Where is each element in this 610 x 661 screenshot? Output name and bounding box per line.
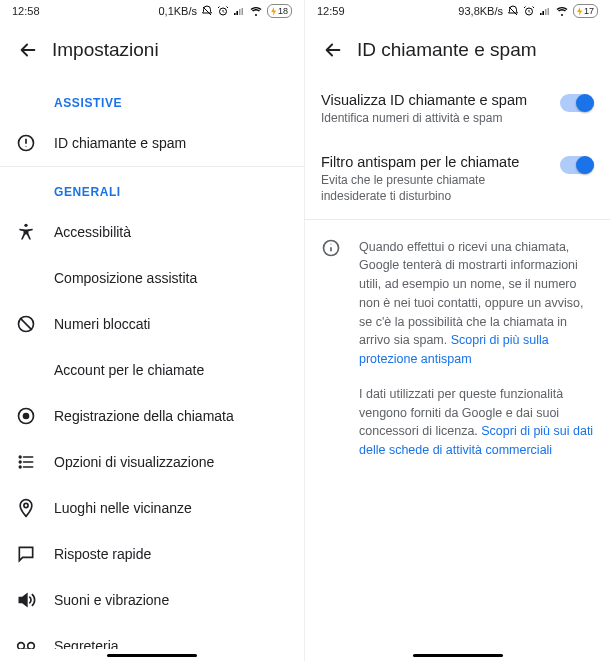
status-bar: 12:59 93,8KB/s 17	[305, 0, 610, 22]
item-quick-responses[interactable]: Risposte rapide	[0, 531, 304, 577]
setting-title: Visualizza ID chiamante e spam	[321, 92, 546, 108]
voicemail-icon	[16, 636, 36, 649]
item-label: Risposte rapide	[54, 546, 288, 562]
status-right: 0,1KB/s 18	[158, 4, 292, 18]
setting-title: Filtro antispam per le chiamate	[321, 154, 546, 170]
item-assisted-dialing[interactable]: Composizione assistita	[0, 255, 304, 301]
toggle-see-caller-id[interactable]	[560, 94, 594, 112]
svg-point-5	[24, 414, 29, 419]
list-icon	[16, 452, 36, 472]
item-label: Account per le chiamate	[54, 362, 288, 378]
item-accessibility[interactable]: Accessibilità	[0, 209, 304, 255]
status-speed: 0,1KB/s	[158, 5, 197, 17]
block-icon	[16, 314, 36, 334]
nav-bar	[0, 649, 304, 661]
signal-icon	[539, 5, 551, 17]
item-label: Registrazione della chiamata	[54, 408, 288, 424]
location-icon	[16, 498, 36, 518]
setting-desc: Evita che le presunte chiamate indesider…	[321, 172, 546, 204]
caller-id-spam-screen: 12:59 93,8KB/s 17 ID chiamante e spam	[305, 0, 610, 661]
settings-list[interactable]: ASSISTIVE ID chiamante e spam GENERALI A…	[0, 78, 304, 649]
item-blocked-numbers[interactable]: Numeri bloccati	[0, 301, 304, 347]
home-handle[interactable]	[413, 654, 503, 657]
item-label: ID chiamante e spam	[54, 135, 288, 151]
info-block: Quando effettui o ricevi una chiamata, G…	[305, 220, 610, 476]
svg-point-9	[24, 503, 28, 507]
section-header-general: GENERALI	[0, 167, 304, 209]
item-label: Suoni e vibrazione	[54, 592, 288, 608]
setting-desc: Identifica numeri di attività e spam	[321, 110, 546, 126]
wifi-icon	[555, 5, 569, 17]
item-label: Luoghi nelle vicinanze	[54, 500, 288, 516]
arrow-back-icon	[17, 39, 39, 61]
content: Visualizza ID chiamante e spam Identific…	[305, 78, 610, 649]
wifi-icon	[249, 5, 263, 17]
svg-point-8	[19, 466, 21, 468]
section-header-assistive: ASSISTIVE	[0, 78, 304, 120]
status-right: 93,8KB/s 17	[458, 4, 598, 18]
svg-point-6	[19, 456, 21, 458]
item-nearby-places[interactable]: Luoghi nelle vicinanze	[0, 485, 304, 531]
item-label: Opzioni di visualizzazione	[54, 454, 288, 470]
home-handle[interactable]	[107, 654, 197, 657]
page-title: Impostazioni	[52, 39, 159, 61]
status-bar: 12:58 0,1KB/s 18	[0, 0, 304, 22]
record-icon	[16, 406, 36, 426]
item-calling-accounts[interactable]: Account per le chiamate	[0, 347, 304, 393]
back-button[interactable]	[313, 30, 353, 70]
dnd-icon	[507, 5, 519, 17]
item-label: Accessibilità	[54, 224, 288, 240]
back-button[interactable]	[8, 30, 48, 70]
volume-icon	[16, 590, 36, 610]
alarm-icon	[523, 5, 535, 17]
signal-icon	[233, 5, 245, 17]
item-sounds-vibration[interactable]: Suoni e vibrazione	[0, 577, 304, 623]
item-label: Segreteria	[54, 638, 288, 649]
settings-screen: 12:58 0,1KB/s 18 Impostazioni ASSISTIVE	[0, 0, 305, 661]
toggle-filter-spam[interactable]	[560, 156, 594, 174]
status-speed: 93,8KB/s	[458, 5, 503, 17]
battery-indicator: 17	[573, 4, 598, 18]
status-time: 12:59	[317, 5, 345, 17]
app-bar: ID chiamante e spam	[305, 22, 610, 78]
item-call-recording[interactable]: Registrazione della chiamata	[0, 393, 304, 439]
setting-see-caller-id[interactable]: Visualizza ID chiamante e spam Identific…	[305, 78, 610, 140]
svg-point-2	[24, 224, 27, 227]
battery-indicator: 18	[267, 4, 292, 18]
nav-bar	[305, 649, 610, 661]
info-text: Quando effettui o ricevi una chiamata, G…	[359, 238, 594, 460]
chat-icon	[16, 544, 36, 564]
item-label: Composizione assistita	[54, 270, 288, 286]
item-caller-id-spam[interactable]: ID chiamante e spam	[0, 120, 304, 166]
item-display-options[interactable]: Opzioni di visualizzazione	[0, 439, 304, 485]
info-icon	[16, 133, 36, 153]
status-time: 12:58	[12, 5, 40, 17]
item-voicemail[interactable]: Segreteria	[0, 623, 304, 649]
setting-filter-spam[interactable]: Filtro antispam per le chiamate Evita ch…	[305, 140, 610, 218]
arrow-back-icon	[322, 39, 344, 61]
item-label: Numeri bloccati	[54, 316, 288, 332]
page-title: ID chiamante e spam	[357, 39, 537, 61]
info-outline-icon	[321, 238, 341, 258]
app-bar: Impostazioni	[0, 22, 304, 78]
dnd-icon	[201, 5, 213, 17]
alarm-icon	[217, 5, 229, 17]
svg-point-7	[19, 461, 21, 463]
accessibility-icon	[16, 222, 36, 242]
